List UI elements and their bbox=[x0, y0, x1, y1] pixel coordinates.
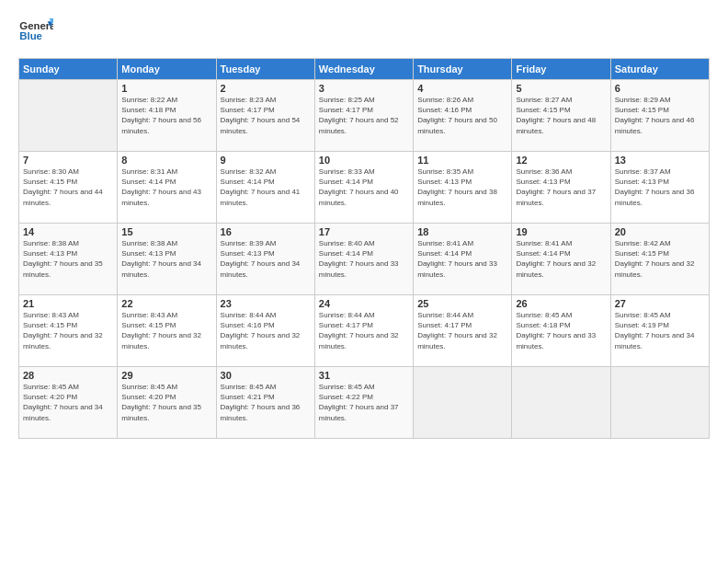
calendar-cell: 25Sunrise: 8:44 AMSunset: 4:17 PMDayligh… bbox=[414, 295, 512, 367]
day-number: 31 bbox=[319, 370, 409, 381]
day-number: 19 bbox=[516, 226, 606, 237]
calendar-cell: 5Sunrise: 8:27 AMSunset: 4:15 PMDaylight… bbox=[512, 80, 610, 152]
day-info: Sunrise: 8:45 AMSunset: 4:18 PMDaylight:… bbox=[516, 310, 606, 351]
calendar-cell: 29Sunrise: 8:45 AMSunset: 4:20 PMDayligh… bbox=[118, 367, 216, 439]
day-info: Sunrise: 8:26 AMSunset: 4:16 PMDaylight:… bbox=[417, 95, 507, 136]
day-number: 30 bbox=[221, 370, 311, 381]
day-info: Sunrise: 8:45 AMSunset: 4:20 PMDaylight:… bbox=[23, 382, 113, 423]
day-number: 9 bbox=[221, 155, 311, 166]
calendar-cell: 1Sunrise: 8:22 AMSunset: 4:18 PMDaylight… bbox=[118, 80, 216, 152]
day-info: Sunrise: 8:44 AMSunset: 4:16 PMDaylight:… bbox=[221, 310, 311, 351]
day-number: 14 bbox=[23, 226, 113, 237]
day-number: 24 bbox=[319, 298, 409, 309]
day-number: 5 bbox=[516, 83, 606, 94]
day-info: Sunrise: 8:45 AMSunset: 4:19 PMDaylight:… bbox=[615, 310, 705, 351]
day-info: Sunrise: 8:22 AMSunset: 4:18 PMDaylight:… bbox=[121, 95, 211, 136]
calendar-cell bbox=[414, 367, 512, 439]
calendar-cell: 23Sunrise: 8:44 AMSunset: 4:16 PMDayligh… bbox=[216, 295, 314, 367]
day-number: 21 bbox=[23, 298, 113, 309]
week-row-3: 14Sunrise: 8:38 AMSunset: 4:13 PMDayligh… bbox=[19, 224, 710, 295]
day-number: 18 bbox=[417, 226, 507, 237]
calendar-cell: 27Sunrise: 8:45 AMSunset: 4:19 PMDayligh… bbox=[610, 295, 709, 367]
day-info: Sunrise: 8:36 AMSunset: 4:13 PMDaylight:… bbox=[516, 167, 606, 208]
day-info: Sunrise: 8:35 AMSunset: 4:13 PMDaylight:… bbox=[417, 167, 507, 208]
day-number: 28 bbox=[23, 370, 113, 381]
calendar-cell: 28Sunrise: 8:45 AMSunset: 4:20 PMDayligh… bbox=[19, 367, 118, 439]
day-number: 10 bbox=[319, 155, 409, 166]
day-number: 27 bbox=[615, 298, 705, 309]
day-number: 4 bbox=[417, 83, 507, 94]
week-row-5: 28Sunrise: 8:45 AMSunset: 4:20 PMDayligh… bbox=[19, 367, 710, 439]
calendar-cell: 18Sunrise: 8:41 AMSunset: 4:14 PMDayligh… bbox=[414, 224, 512, 295]
calendar-cell: 11Sunrise: 8:35 AMSunset: 4:13 PMDayligh… bbox=[414, 152, 512, 224]
day-info: Sunrise: 8:40 AMSunset: 4:14 PMDaylight:… bbox=[319, 238, 409, 280]
calendar-cell: 20Sunrise: 8:42 AMSunset: 4:15 PMDayligh… bbox=[610, 224, 709, 295]
day-number: 23 bbox=[221, 298, 311, 309]
calendar-cell: 24Sunrise: 8:44 AMSunset: 4:17 PMDayligh… bbox=[314, 295, 413, 367]
week-row-4: 21Sunrise: 8:43 AMSunset: 4:15 PMDayligh… bbox=[19, 295, 710, 367]
day-info: Sunrise: 8:45 AMSunset: 4:22 PMDaylight:… bbox=[319, 382, 409, 423]
day-header-wednesday: Wednesday bbox=[314, 59, 413, 80]
day-info: Sunrise: 8:43 AMSunset: 4:15 PMDaylight:… bbox=[23, 310, 113, 351]
day-info: Sunrise: 8:27 AMSunset: 4:15 PMDaylight:… bbox=[516, 95, 606, 136]
day-number: 25 bbox=[417, 298, 507, 309]
day-number: 1 bbox=[121, 83, 211, 94]
calendar-cell: 31Sunrise: 8:45 AMSunset: 4:22 PMDayligh… bbox=[314, 367, 413, 439]
day-number: 22 bbox=[121, 298, 211, 309]
day-info: Sunrise: 8:44 AMSunset: 4:17 PMDaylight:… bbox=[417, 310, 507, 351]
day-number: 13 bbox=[615, 155, 705, 166]
day-info: Sunrise: 8:38 AMSunset: 4:13 PMDaylight:… bbox=[23, 238, 113, 280]
day-info: Sunrise: 8:23 AMSunset: 4:17 PMDaylight:… bbox=[221, 95, 311, 136]
logo-icon: General Blue bbox=[18, 14, 53, 49]
calendar-cell: 17Sunrise: 8:40 AMSunset: 4:14 PMDayligh… bbox=[314, 224, 413, 295]
day-info: Sunrise: 8:41 AMSunset: 4:14 PMDaylight:… bbox=[516, 238, 606, 280]
day-number: 8 bbox=[121, 155, 211, 166]
day-header-monday: Monday bbox=[118, 59, 216, 80]
calendar-cell bbox=[19, 80, 118, 152]
day-info: Sunrise: 8:31 AMSunset: 4:14 PMDaylight:… bbox=[121, 167, 211, 208]
day-info: Sunrise: 8:38 AMSunset: 4:13 PMDaylight:… bbox=[121, 238, 211, 280]
week-row-2: 7Sunrise: 8:30 AMSunset: 4:15 PMDaylight… bbox=[19, 152, 710, 224]
day-info: Sunrise: 8:44 AMSunset: 4:17 PMDaylight:… bbox=[319, 310, 409, 351]
calendar-cell: 15Sunrise: 8:38 AMSunset: 4:13 PMDayligh… bbox=[118, 224, 216, 295]
header-row: SundayMondayTuesdayWednesdayThursdayFrid… bbox=[19, 59, 710, 80]
day-header-thursday: Thursday bbox=[414, 59, 512, 80]
calendar-table: SundayMondayTuesdayWednesdayThursdayFrid… bbox=[18, 58, 710, 439]
calendar-cell: 12Sunrise: 8:36 AMSunset: 4:13 PMDayligh… bbox=[512, 152, 610, 224]
day-info: Sunrise: 8:37 AMSunset: 4:13 PMDaylight:… bbox=[615, 167, 705, 208]
day-header-friday: Friday bbox=[512, 59, 610, 80]
calendar-cell: 10Sunrise: 8:33 AMSunset: 4:14 PMDayligh… bbox=[314, 152, 413, 224]
day-info: Sunrise: 8:45 AMSunset: 4:20 PMDaylight:… bbox=[121, 382, 211, 423]
day-number: 15 bbox=[121, 226, 211, 237]
page: General Blue SundayMondayTuesdayWednesda… bbox=[0, 0, 728, 563]
day-info: Sunrise: 8:25 AMSunset: 4:17 PMDaylight:… bbox=[319, 95, 409, 136]
day-number: 3 bbox=[319, 83, 409, 94]
day-info: Sunrise: 8:39 AMSunset: 4:13 PMDaylight:… bbox=[221, 238, 311, 280]
calendar-cell bbox=[610, 367, 709, 439]
day-number: 16 bbox=[221, 226, 311, 237]
day-number: 6 bbox=[615, 83, 705, 94]
calendar-cell: 4Sunrise: 8:26 AMSunset: 4:16 PMDaylight… bbox=[414, 80, 512, 152]
day-header-sunday: Sunday bbox=[19, 59, 118, 80]
calendar-cell: 21Sunrise: 8:43 AMSunset: 4:15 PMDayligh… bbox=[19, 295, 118, 367]
day-number: 12 bbox=[516, 155, 606, 166]
calendar-cell: 2Sunrise: 8:23 AMSunset: 4:17 PMDaylight… bbox=[216, 80, 314, 152]
calendar-cell: 14Sunrise: 8:38 AMSunset: 4:13 PMDayligh… bbox=[19, 224, 118, 295]
logo: General Blue bbox=[18, 14, 53, 49]
day-number: 17 bbox=[319, 226, 409, 237]
day-header-saturday: Saturday bbox=[610, 59, 709, 80]
calendar-cell: 13Sunrise: 8:37 AMSunset: 4:13 PMDayligh… bbox=[610, 152, 709, 224]
day-number: 11 bbox=[417, 155, 507, 166]
day-info: Sunrise: 8:42 AMSunset: 4:15 PMDaylight:… bbox=[615, 238, 705, 280]
day-info: Sunrise: 8:30 AMSunset: 4:15 PMDaylight:… bbox=[23, 167, 113, 208]
day-info: Sunrise: 8:41 AMSunset: 4:14 PMDaylight:… bbox=[417, 238, 507, 280]
calendar-cell: 19Sunrise: 8:41 AMSunset: 4:14 PMDayligh… bbox=[512, 224, 610, 295]
calendar-cell bbox=[512, 367, 610, 439]
day-info: Sunrise: 8:45 AMSunset: 4:21 PMDaylight:… bbox=[221, 382, 311, 423]
day-number: 26 bbox=[516, 298, 606, 309]
calendar-cell: 26Sunrise: 8:45 AMSunset: 4:18 PMDayligh… bbox=[512, 295, 610, 367]
calendar-cell: 16Sunrise: 8:39 AMSunset: 4:13 PMDayligh… bbox=[216, 224, 314, 295]
calendar-cell: 9Sunrise: 8:32 AMSunset: 4:14 PMDaylight… bbox=[216, 152, 314, 224]
calendar-cell: 8Sunrise: 8:31 AMSunset: 4:14 PMDaylight… bbox=[118, 152, 216, 224]
day-number: 20 bbox=[615, 226, 705, 237]
